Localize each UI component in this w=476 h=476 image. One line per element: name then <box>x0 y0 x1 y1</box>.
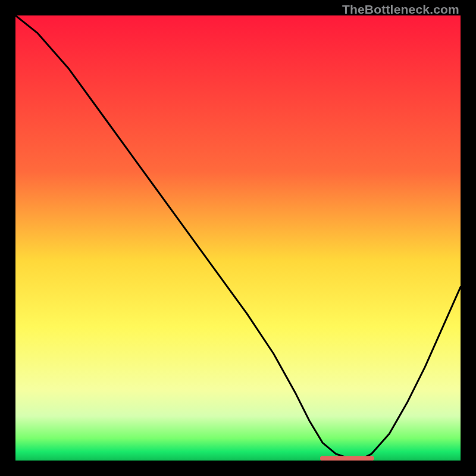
flat-cap-right-icon <box>369 456 374 461</box>
chart-container: TheBottleneck.com <box>0 0 476 476</box>
curve-layer <box>15 15 461 461</box>
bottleneck-curve <box>15 15 461 458</box>
flat-cap-left-icon <box>320 456 325 461</box>
watermark-text: TheBottleneck.com <box>342 2 459 17</box>
plot-area <box>15 15 461 461</box>
